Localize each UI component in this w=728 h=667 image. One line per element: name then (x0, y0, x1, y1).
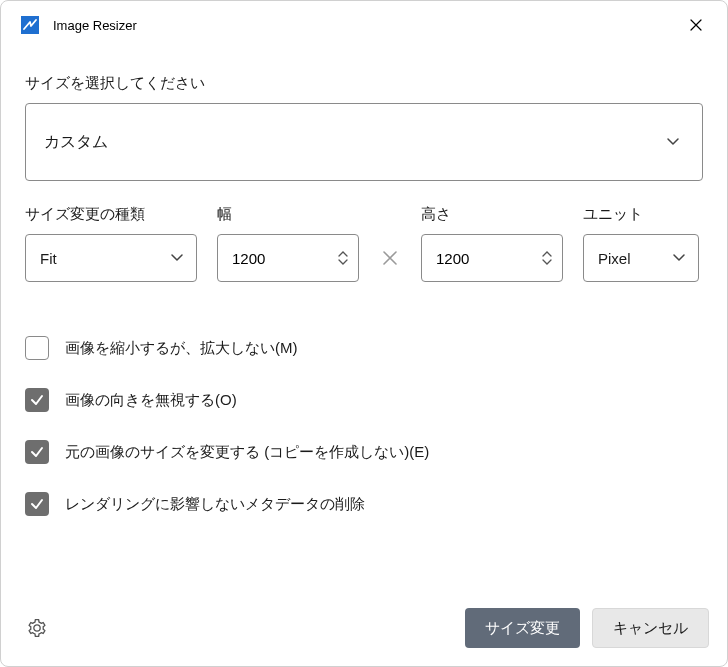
close-icon (690, 19, 702, 31)
checkbox-shrink-only[interactable]: 画像を縮小するが、拡大しない(M) (25, 336, 703, 360)
chevron-up-icon (542, 251, 552, 257)
width-label: 幅 (217, 205, 359, 224)
resize-type-value: Fit (40, 250, 57, 267)
height-label: 高さ (421, 205, 563, 224)
check-icon (30, 497, 44, 511)
checkbox-label: 画像を縮小するが、拡大しない(M) (65, 339, 298, 358)
resize-type-field: サイズ変更の種類 Fit (25, 205, 197, 282)
resize-type-dropdown[interactable]: Fit (25, 234, 197, 282)
height-field: 高さ (421, 205, 563, 282)
check-icon (30, 393, 44, 407)
checkbox-list: 画像を縮小するが、拡大しない(M) 画像の向きを無視する(O) 元の画像のサイズ… (25, 336, 703, 516)
window-title: Image Resizer (53, 18, 673, 33)
checkbox-label: 画像の向きを無視する(O) (65, 391, 237, 410)
titlebar: Image Resizer (1, 1, 727, 49)
unit-dropdown[interactable]: Pixel (583, 234, 699, 282)
width-input[interactable] (217, 234, 359, 282)
width-field: 幅 (217, 205, 359, 282)
close-button[interactable] (673, 9, 719, 41)
settings-button[interactable] (23, 614, 51, 642)
height-spinner[interactable] (542, 251, 552, 265)
checkbox-box (25, 492, 49, 516)
app-icon (21, 16, 39, 34)
size-select-dropdown[interactable]: カスタム (25, 103, 703, 181)
checkbox-resize-original[interactable]: 元の画像のサイズを変更する (コピーを作成しない)(E) (25, 440, 703, 464)
chevron-down-icon (170, 250, 184, 267)
checkbox-box (25, 440, 49, 464)
checkbox-ignore-orientation[interactable]: 画像の向きを無視する(O) (25, 388, 703, 412)
resize-type-label: サイズ変更の種類 (25, 205, 197, 224)
checkbox-remove-metadata[interactable]: レンダリングに影響しないメタデータの削除 (25, 492, 703, 516)
chevron-down-icon (338, 259, 348, 265)
resize-button[interactable]: サイズ変更 (465, 608, 580, 648)
chevron-down-icon (672, 250, 686, 267)
times-separator (379, 234, 401, 282)
unit-value: Pixel (598, 250, 631, 267)
height-value[interactable] (436, 250, 516, 267)
chevron-down-icon (542, 259, 552, 265)
footer: サイズ変更 キャンセル (1, 596, 727, 666)
content-area: サイズを選択してください カスタム サイズ変更の種類 Fit 幅 (1, 49, 727, 516)
checkbox-label: 元の画像のサイズを変更する (コピーを作成しない)(E) (65, 443, 429, 462)
checkbox-label: レンダリングに影響しないメタデータの削除 (65, 495, 365, 514)
width-spinner[interactable] (338, 251, 348, 265)
gear-icon (27, 618, 47, 638)
unit-label: ユニット (583, 205, 699, 224)
size-select-value: カスタム (44, 132, 108, 153)
width-value[interactable] (232, 250, 312, 267)
size-select-label: サイズを選択してください (25, 74, 703, 93)
multiply-icon (379, 234, 401, 282)
cancel-button[interactable]: キャンセル (592, 608, 709, 648)
checkbox-box (25, 388, 49, 412)
chevron-up-icon (338, 251, 348, 257)
unit-field: ユニット Pixel (583, 205, 699, 282)
height-input[interactable] (421, 234, 563, 282)
checkbox-box (25, 336, 49, 360)
check-icon (30, 445, 44, 459)
params-row: サイズ変更の種類 Fit 幅 高さ (25, 205, 703, 282)
chevron-down-icon (666, 134, 680, 151)
